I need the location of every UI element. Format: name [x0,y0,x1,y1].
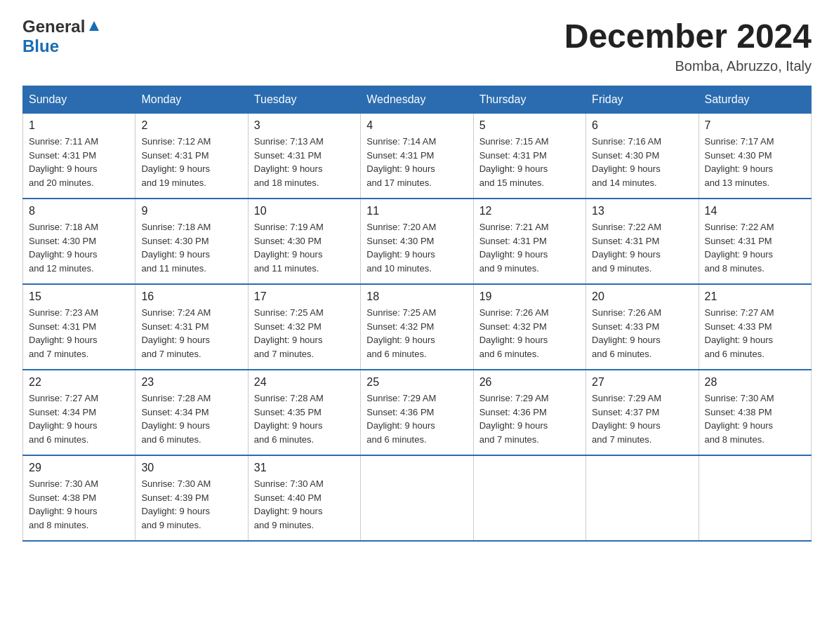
calendar-cell: 8 Sunrise: 7:18 AM Sunset: 4:30 PM Dayli… [23,199,135,284]
day-number: 24 [254,376,355,389]
calendar-cell: 23 Sunrise: 7:28 AM Sunset: 4:34 PM Dayl… [135,370,248,455]
day-number: 21 [705,290,805,303]
day-info: Sunrise: 7:27 AM Sunset: 4:33 PM Dayligh… [705,306,805,361]
day-number: 3 [254,119,355,132]
day-info: Sunrise: 7:29 AM Sunset: 4:36 PM Dayligh… [366,391,467,446]
day-info: Sunrise: 7:28 AM Sunset: 4:35 PM Dayligh… [254,391,355,446]
day-info: Sunrise: 7:13 AM Sunset: 4:31 PM Dayligh… [254,135,355,189]
calendar-cell: 13 Sunrise: 7:22 AM Sunset: 4:31 PM Dayl… [586,199,699,284]
day-number: 22 [29,376,129,389]
day-number: 8 [29,205,129,217]
calendar-cell: 18 Sunrise: 7:25 AM Sunset: 4:32 PM Dayl… [361,284,473,370]
day-number: 2 [141,119,241,132]
calendar-cell: 17 Sunrise: 7:25 AM Sunset: 4:32 PM Dayl… [248,284,360,370]
day-number: 9 [141,205,241,217]
day-info: Sunrise: 7:30 AM Sunset: 4:40 PM Dayligh… [254,477,355,532]
calendar-week-3: 15 Sunrise: 7:23 AM Sunset: 4:31 PM Dayl… [23,284,812,370]
day-info: Sunrise: 7:22 AM Sunset: 4:31 PM Dayligh… [592,220,692,275]
svg-marker-0 [89,21,99,31]
calendar-cell: 22 Sunrise: 7:27 AM Sunset: 4:34 PM Dayl… [23,370,135,455]
calendar-week-1: 1 Sunrise: 7:11 AM Sunset: 4:31 PM Dayli… [23,114,812,199]
calendar-cell: 15 Sunrise: 7:23 AM Sunset: 4:31 PM Dayl… [23,284,135,370]
calendar-cell: 30 Sunrise: 7:30 AM Sunset: 4:39 PM Dayl… [135,455,248,541]
day-number: 11 [366,205,467,217]
header-saturday: Saturday [699,86,811,114]
day-info: Sunrise: 7:30 AM Sunset: 4:39 PM Dayligh… [141,477,241,532]
calendar-cell: 12 Sunrise: 7:21 AM Sunset: 4:31 PM Dayl… [473,199,585,284]
calendar-subtitle: Bomba, Abruzzo, Italy [564,58,812,74]
day-number: 29 [29,462,129,474]
day-number: 17 [254,290,355,303]
day-info: Sunrise: 7:28 AM Sunset: 4:34 PM Dayligh… [141,391,241,446]
day-info: Sunrise: 7:29 AM Sunset: 4:37 PM Dayligh… [592,391,692,446]
calendar-cell: 3 Sunrise: 7:13 AM Sunset: 4:31 PM Dayli… [248,114,360,199]
logo-blue-text: Blue [22,36,59,55]
calendar-cell: 28 Sunrise: 7:30 AM Sunset: 4:38 PM Dayl… [699,370,811,455]
day-number: 1 [29,119,129,132]
day-number: 12 [479,205,580,217]
day-info: Sunrise: 7:11 AM Sunset: 4:31 PM Dayligh… [29,135,129,189]
day-number: 20 [592,290,692,303]
day-number: 28 [705,376,805,389]
header-thursday: Thursday [473,86,585,114]
calendar-cell: 24 Sunrise: 7:28 AM Sunset: 4:35 PM Dayl… [248,370,360,455]
calendar-week-5: 29 Sunrise: 7:30 AM Sunset: 4:38 PM Dayl… [23,455,812,541]
day-info: Sunrise: 7:25 AM Sunset: 4:32 PM Dayligh… [254,306,355,361]
day-number: 26 [479,376,580,389]
header-friday: Friday [586,86,699,114]
calendar-cell: 25 Sunrise: 7:29 AM Sunset: 4:36 PM Dayl… [361,370,473,455]
calendar-cell: 21 Sunrise: 7:27 AM Sunset: 4:33 PM Dayl… [699,284,811,370]
day-number: 6 [592,119,692,132]
calendar-cell: 20 Sunrise: 7:26 AM Sunset: 4:33 PM Dayl… [586,284,699,370]
day-number: 31 [254,462,355,474]
day-info: Sunrise: 7:22 AM Sunset: 4:31 PM Dayligh… [705,220,805,275]
day-info: Sunrise: 7:20 AM Sunset: 4:30 PM Dayligh… [366,220,467,275]
calendar-cell: 29 Sunrise: 7:30 AM Sunset: 4:38 PM Dayl… [23,455,135,541]
title-section: December 2024 Bomba, Abruzzo, Italy [564,17,812,74]
calendar-week-2: 8 Sunrise: 7:18 AM Sunset: 4:30 PM Dayli… [23,199,812,284]
day-number: 10 [254,205,355,217]
day-info: Sunrise: 7:14 AM Sunset: 4:31 PM Dayligh… [366,135,467,189]
calendar-cell: 27 Sunrise: 7:29 AM Sunset: 4:37 PM Dayl… [586,370,699,455]
calendar-cell: 31 Sunrise: 7:30 AM Sunset: 4:40 PM Dayl… [248,455,360,541]
calendar-cell: 6 Sunrise: 7:16 AM Sunset: 4:30 PM Dayli… [586,114,699,199]
day-info: Sunrise: 7:18 AM Sunset: 4:30 PM Dayligh… [29,220,129,275]
calendar-cell: 14 Sunrise: 7:22 AM Sunset: 4:31 PM Dayl… [699,199,811,284]
day-info: Sunrise: 7:30 AM Sunset: 4:38 PM Dayligh… [29,477,129,532]
calendar-cell [586,455,699,541]
day-number: 13 [592,205,692,217]
day-info: Sunrise: 7:30 AM Sunset: 4:38 PM Dayligh… [705,391,805,446]
logo: General Blue [22,17,102,56]
calendar-cell [361,455,473,541]
day-number: 25 [366,376,467,389]
calendar-cell: 10 Sunrise: 7:19 AM Sunset: 4:30 PM Dayl… [248,199,360,284]
logo-triangle-icon [86,18,102,34]
calendar-cell: 11 Sunrise: 7:20 AM Sunset: 4:30 PM Dayl… [361,199,473,284]
calendar-cell: 7 Sunrise: 7:17 AM Sunset: 4:30 PM Dayli… [699,114,811,199]
day-info: Sunrise: 7:26 AM Sunset: 4:33 PM Dayligh… [592,306,692,361]
calendar-cell: 2 Sunrise: 7:12 AM Sunset: 4:31 PM Dayli… [135,114,248,199]
calendar-table: Sunday Monday Tuesday Wednesday Thursday… [22,86,812,542]
header-monday: Monday [135,86,248,114]
day-info: Sunrise: 7:26 AM Sunset: 4:32 PM Dayligh… [479,306,580,361]
day-number: 14 [705,205,805,217]
header-row: Sunday Monday Tuesday Wednesday Thursday… [23,86,812,114]
day-number: 4 [366,119,467,132]
header-sunday: Sunday [23,86,135,114]
day-info: Sunrise: 7:27 AM Sunset: 4:34 PM Dayligh… [29,391,129,446]
day-number: 15 [29,290,129,303]
calendar-cell: 26 Sunrise: 7:29 AM Sunset: 4:36 PM Dayl… [473,370,585,455]
day-number: 23 [141,376,241,389]
day-number: 30 [141,462,241,474]
calendar-title: December 2024 [564,17,812,55]
calendar-cell: 1 Sunrise: 7:11 AM Sunset: 4:31 PM Dayli… [23,114,135,199]
header-tuesday: Tuesday [248,86,360,114]
day-number: 7 [705,119,805,132]
calendar-cell: 16 Sunrise: 7:24 AM Sunset: 4:31 PM Dayl… [135,284,248,370]
day-info: Sunrise: 7:16 AM Sunset: 4:30 PM Dayligh… [592,135,692,189]
day-number: 18 [366,290,467,303]
day-info: Sunrise: 7:17 AM Sunset: 4:30 PM Dayligh… [705,135,805,189]
day-info: Sunrise: 7:21 AM Sunset: 4:31 PM Dayligh… [479,220,580,275]
header-wednesday: Wednesday [361,86,473,114]
calendar-cell [473,455,585,541]
